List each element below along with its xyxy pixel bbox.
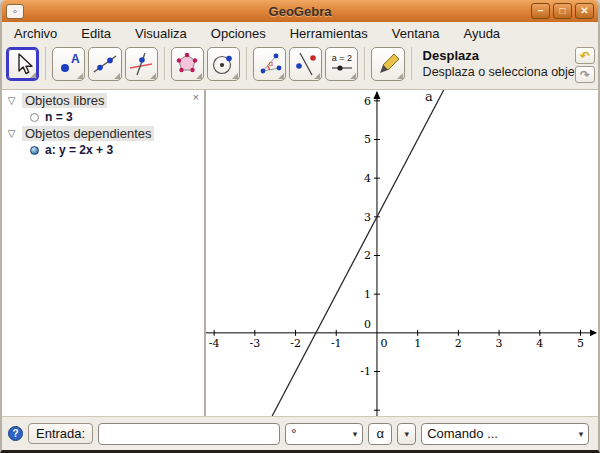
toolbar-separator xyxy=(364,47,365,80)
tool-dropdown-icon[interactable] xyxy=(77,73,83,79)
input-help-icon[interactable]: ? xyxy=(8,426,23,441)
svg-text:-1: -1 xyxy=(360,366,371,379)
svg-text:a: a xyxy=(425,90,433,104)
redo-button[interactable]: ↷ xyxy=(575,66,595,83)
tool-dropdown-icon[interactable] xyxy=(278,73,284,79)
tool-dropdown-icon[interactable] xyxy=(397,73,403,79)
algebra-section-label: Objetos dependientes xyxy=(22,126,154,141)
tool-dropdown-icon[interactable] xyxy=(314,73,320,79)
tool-line-button[interactable] xyxy=(88,47,121,81)
minimize-button[interactable]: – xyxy=(531,3,550,19)
tool-help-text: Desplaza Desplaza o selecciona objeto xyxy=(423,47,594,85)
menu-item-edita[interactable]: Edita xyxy=(81,26,111,41)
svg-text:-4: -4 xyxy=(209,337,220,350)
algebra-item-text: n = 3 xyxy=(45,110,73,124)
greek-letter-dropdown-button[interactable]: ▾ xyxy=(397,423,416,445)
svg-text:3: 3 xyxy=(364,211,371,224)
toolbar: A xyxy=(2,44,598,90)
tool-circle-button[interactable] xyxy=(207,47,240,81)
menu-item-visualiza[interactable]: Visualiza xyxy=(135,26,187,41)
maximize-button[interactable]: □ xyxy=(553,3,572,19)
algebra-input-field[interactable] xyxy=(98,423,280,445)
undo-icon: ↶ xyxy=(580,50,590,62)
tree-collapse-icon[interactable]: ▽ xyxy=(6,128,17,139)
input-label: Entrada: xyxy=(28,423,93,444)
svg-text:5: 5 xyxy=(364,134,371,147)
svg-text:2: 2 xyxy=(455,337,462,350)
svg-text:A: A xyxy=(71,52,80,66)
slider-icon-label: a = 2 xyxy=(332,53,352,63)
menu-item-ventana[interactable]: Ventana xyxy=(392,26,440,41)
tree-collapse-icon[interactable]: ▽ xyxy=(6,95,17,106)
tool-dropdown-icon[interactable] xyxy=(350,73,356,79)
toolbar-separator xyxy=(164,47,165,80)
menu-item-ayuda[interactable]: Ayuda xyxy=(463,26,500,41)
window-title: GeoGebra xyxy=(2,4,598,19)
algebra-section-label: Objetos libres xyxy=(22,93,107,108)
algebra-item-text: a: y = 2x + 3 xyxy=(45,143,113,157)
tool-polygon-button[interactable] xyxy=(171,47,204,81)
tool-dropdown-icon[interactable] xyxy=(150,73,156,79)
geogebra-window: GeoGebra – □ ✕ ArchivoEditaVisualizaOpci… xyxy=(0,0,600,453)
tool-dropdown-icon[interactable] xyxy=(114,73,120,79)
undo-button[interactable]: ↶ xyxy=(575,47,595,64)
tool-perpendicular-line-button[interactable] xyxy=(125,47,158,81)
tool-point-button[interactable]: A xyxy=(52,47,85,81)
angle-unit-dropdown[interactable]: ° ▾ xyxy=(285,423,363,445)
svg-text:4: 4 xyxy=(536,337,543,350)
svg-text:1: 1 xyxy=(364,288,371,301)
toolbar-separator xyxy=(45,47,46,80)
svg-text:3: 3 xyxy=(496,337,503,350)
command-dropdown-value: Comando ... xyxy=(427,426,498,441)
svg-text:α: α xyxy=(268,59,273,68)
angle-unit-value: ° xyxy=(291,426,296,441)
menu-item-opciones[interactable]: Opciones xyxy=(211,26,266,41)
input-bar: ? Entrada: ° ▾ α ▾ Comando ... ▾ xyxy=(2,416,598,450)
tool-reflect-button[interactable] xyxy=(289,47,322,81)
visibility-marker-on-icon[interactable] xyxy=(30,146,39,155)
svg-text:6: 6 xyxy=(364,95,371,108)
chevron-down-icon: ▾ xyxy=(579,429,584,439)
menu-item-herramientas[interactable]: Herramientas xyxy=(290,26,368,41)
menu-bar: ArchivoEditaVisualizaOpcionesHerramienta… xyxy=(2,22,598,44)
chevron-down-icon: ▾ xyxy=(353,429,358,439)
command-dropdown[interactable]: Comando ... ▾ xyxy=(421,423,589,445)
tool-move-button[interactable] xyxy=(6,47,39,81)
svg-text:0: 0 xyxy=(364,318,371,331)
tool-pen-button[interactable] xyxy=(371,47,404,81)
toolbar-separator xyxy=(246,47,247,80)
tool-angle-button[interactable]: α xyxy=(253,47,286,81)
tool-slider-button[interactable]: a = 2 xyxy=(325,47,358,81)
algebra-close-icon[interactable]: × xyxy=(193,92,199,103)
greek-letter-value: α xyxy=(376,426,384,441)
redo-icon: ↷ xyxy=(580,69,590,81)
algebra-section-2[interactable]: ▽Objetos dependientes xyxy=(2,125,204,142)
svg-text:2: 2 xyxy=(364,250,371,263)
svg-text:0: 0 xyxy=(380,337,387,350)
svg-text:-3: -3 xyxy=(249,337,260,350)
tool-dropdown-icon[interactable] xyxy=(30,72,36,78)
algebra-item[interactable]: a: y = 2x + 3 xyxy=(2,142,204,158)
tool-help-subtitle: Desplaza o selecciona objeto xyxy=(423,64,594,80)
svg-text:1: 1 xyxy=(414,337,421,350)
algebra-tree: ▽Objetos libresn = 3▽Objetos dependiente… xyxy=(2,92,204,158)
graphics-view[interactable]: -4-3-2-1123450-11234560a xyxy=(206,90,598,416)
svg-text:5: 5 xyxy=(577,337,584,350)
title-bar: GeoGebra – □ ✕ xyxy=(2,0,598,22)
tool-dropdown-icon[interactable] xyxy=(232,73,238,79)
graph-svg[interactable]: -4-3-2-1123450-11234560a xyxy=(206,90,598,416)
greek-letter-dropdown[interactable]: α xyxy=(368,423,392,445)
menu-item-archivo[interactable]: Archivo xyxy=(14,26,57,41)
algebra-view: × ▽Objetos libresn = 3▽Objetos dependien… xyxy=(2,90,206,416)
toolbar-separator xyxy=(411,47,412,80)
main-content: × ▽Objetos libresn = 3▽Objetos dependien… xyxy=(2,90,598,416)
svg-text:-2: -2 xyxy=(290,337,301,350)
tool-dropdown-icon[interactable] xyxy=(196,73,202,79)
chevron-down-icon: ▾ xyxy=(404,429,409,439)
algebra-section-1[interactable]: ▽Objetos libres xyxy=(2,92,204,109)
algebra-item[interactable]: n = 3 xyxy=(2,109,204,125)
close-button[interactable]: ✕ xyxy=(575,3,594,19)
svg-text:-1: -1 xyxy=(331,337,342,350)
visibility-marker-off-icon[interactable] xyxy=(30,113,39,122)
svg-text:4: 4 xyxy=(364,172,371,185)
